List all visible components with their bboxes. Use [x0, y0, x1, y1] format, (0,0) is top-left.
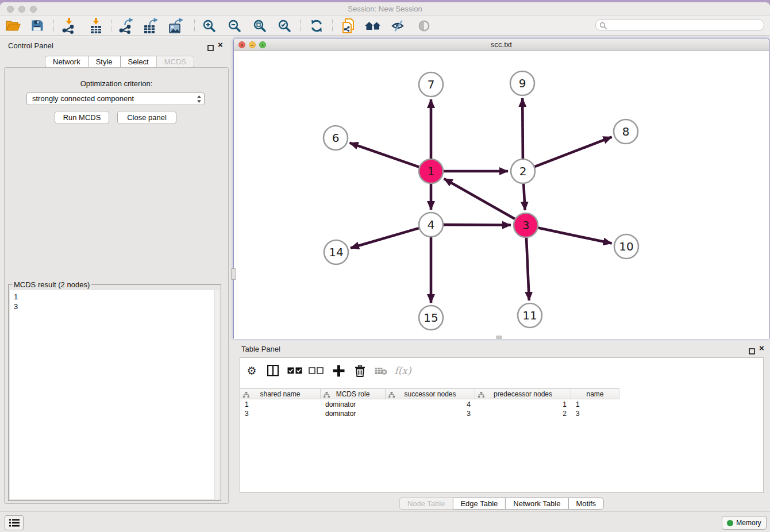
- node-label: 7: [428, 78, 435, 91]
- close-table-panel-button[interactable]: ×: [759, 344, 764, 353]
- save-session-button[interactable]: [26, 16, 47, 35]
- column-header-predecessor-nodes[interactable]: predecessor nodes: [475, 389, 571, 399]
- table-row[interactable]: 3dominator323: [240, 409, 763, 418]
- network-graph[interactable]: 7968124314101511: [234, 51, 769, 339]
- edge-4-14[interactable]: [351, 228, 419, 248]
- import-network-button[interactable]: [59, 16, 79, 35]
- eye-disabled-icon: [418, 20, 430, 32]
- node-11[interactable]: 11: [518, 303, 542, 327]
- export-image-button[interactable]: [165, 16, 186, 35]
- zoom-in-button[interactable]: [198, 16, 219, 35]
- export-network-button[interactable]: [116, 16, 136, 35]
- toolbar-separator: [111, 20, 111, 32]
- show-all-button[interactable]: [414, 16, 434, 35]
- node-9[interactable]: 9: [510, 71, 534, 95]
- node-2[interactable]: 2: [511, 159, 535, 183]
- node-6[interactable]: 6: [324, 126, 348, 150]
- tab-motifs[interactable]: Motifs: [568, 498, 604, 510]
- function-builder-button[interactable]: f(x): [394, 361, 412, 380]
- open-file-button[interactable]: [3, 16, 24, 35]
- import-table-button[interactable]: [86, 16, 106, 35]
- edge-2-8[interactable]: [535, 137, 612, 167]
- control-panel-title: Control Panel: [8, 41, 53, 50]
- table-cell[interactable]: 1: [240, 400, 321, 409]
- result-line: 3: [14, 302, 215, 311]
- node-4[interactable]: 4: [419, 213, 443, 237]
- table-cell[interactable]: 3: [240, 409, 321, 418]
- node-10[interactable]: 10: [614, 234, 638, 259]
- float-table-panel-button[interactable]: [749, 346, 755, 357]
- tab-node-table[interactable]: Node Table: [399, 498, 453, 510]
- edge-4-3[interactable]: [444, 225, 511, 225]
- deselect-all-button[interactable]: [307, 361, 325, 380]
- table-panel-tabs: Node TableEdge TableNetwork TableMotifs: [399, 498, 604, 510]
- tab-select[interactable]: Select: [120, 56, 157, 68]
- edge-3-11[interactable]: [526, 238, 529, 300]
- node-8[interactable]: 8: [614, 119, 638, 144]
- tab-style[interactable]: Style: [88, 56, 121, 68]
- search-input[interactable]: [609, 20, 760, 30]
- canvas-hscroll-thumb[interactable]: [496, 336, 502, 339]
- float-panel-button[interactable]: [207, 43, 214, 53]
- node-14[interactable]: 14: [324, 240, 348, 264]
- delete-table-button[interactable]: [372, 361, 390, 380]
- mcds-result-area[interactable]: 13: [10, 290, 220, 499]
- search-icon: [599, 22, 607, 30]
- zoom-fit-icon: [253, 19, 266, 32]
- task-history-button[interactable]: [5, 515, 24, 530]
- tab-edge-table[interactable]: Edge Table: [452, 498, 506, 510]
- edge-3-1[interactable]: [444, 179, 515, 219]
- table-row[interactable]: 1dominator411: [240, 400, 763, 409]
- table-cell[interactable]: 3: [571, 409, 619, 418]
- run-mcds-button[interactable]: Run MCDS: [55, 111, 109, 124]
- node-7[interactable]: 7: [419, 72, 443, 97]
- zoom-selected-button[interactable]: [274, 16, 294, 35]
- tab-network[interactable]: Network: [45, 56, 88, 68]
- select-all-button[interactable]: [286, 361, 304, 380]
- table-cell[interactable]: dominator: [321, 409, 386, 418]
- table-cell[interactable]: dominator: [321, 400, 386, 409]
- column-header-name[interactable]: name: [571, 389, 619, 399]
- table-cell[interactable]: 2: [475, 409, 571, 418]
- column-header-successor-nodes[interactable]: successor nodes: [386, 389, 475, 399]
- node-label: 8: [622, 125, 630, 138]
- table-cell[interactable]: 3: [386, 409, 475, 418]
- edge-2-3[interactable]: [523, 184, 525, 210]
- close-panel-action-button[interactable]: Close panel: [117, 111, 176, 124]
- network-window-titlebar[interactable]: × − + scc.txt: [234, 38, 769, 51]
- table-cell[interactable]: 4: [386, 400, 475, 409]
- table-settings-button[interactable]: ⚙: [242, 361, 261, 380]
- hierarchy-icon: [478, 391, 484, 399]
- checked-boxes-icon: [287, 367, 302, 374]
- node-3[interactable]: 3: [514, 213, 538, 237]
- edge-2-9[interactable]: [522, 98, 523, 159]
- columns-icon: [267, 365, 279, 376]
- zoom-out-button[interactable]: [224, 16, 244, 35]
- export-table-button[interactable]: [140, 16, 161, 35]
- network-canvas[interactable]: 7968124314101511: [234, 51, 769, 339]
- memory-button[interactable]: Memory: [722, 516, 767, 530]
- tab-network-table[interactable]: Network Table: [505, 498, 568, 510]
- column-header-shared-name[interactable]: shared name: [240, 389, 321, 399]
- node-15[interactable]: 15: [419, 306, 443, 330]
- network-document-button[interactable]: [338, 16, 359, 35]
- show-columns-button[interactable]: [264, 361, 282, 380]
- tab-mcds[interactable]: MCDS: [156, 56, 194, 68]
- apply-layout-button[interactable]: [306, 16, 327, 35]
- edge-1-6[interactable]: [350, 143, 419, 167]
- delete-column-button[interactable]: [351, 361, 369, 380]
- result-scrollbar[interactable]: [214, 290, 220, 499]
- hide-selected-button[interactable]: [388, 16, 409, 35]
- node-1[interactable]: 1: [419, 159, 443, 183]
- table-cell[interactable]: 1: [571, 400, 619, 409]
- mcds-result-box: MCDS result (2 nodes) 13: [8, 284, 221, 501]
- create-column-button[interactable]: [329, 361, 348, 380]
- first-neighbors-button[interactable]: [363, 16, 383, 35]
- edge-3-10[interactable]: [538, 228, 612, 244]
- panel-splitter-grip[interactable]: [231, 268, 236, 280]
- close-panel-button[interactable]: ×: [218, 40, 223, 49]
- zoom-fit-button[interactable]: [249, 16, 270, 35]
- table-cell[interactable]: 1: [475, 400, 571, 409]
- criterion-dropdown[interactable]: strongly connected component: [26, 92, 205, 105]
- column-header-MCDS-role[interactable]: MCDS role: [321, 389, 386, 399]
